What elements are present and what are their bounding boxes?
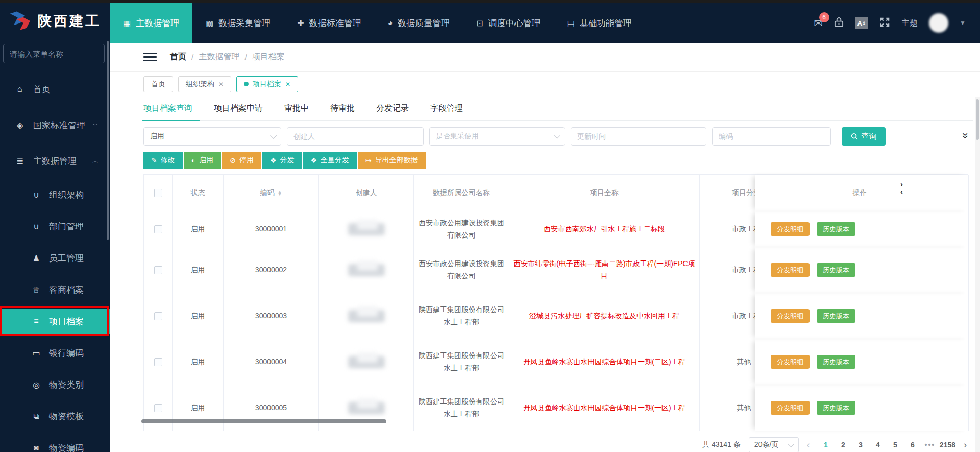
table-row[interactable]: 启用30000004陕西建工集团股份有限公司水土工程部丹凤县鱼岭水寨山水田园综合… <box>144 339 968 385</box>
page-size-select[interactable]: 20条/页 <box>749 437 799 452</box>
page-5[interactable]: 5 <box>888 438 903 452</box>
collapse-filters-icon[interactable]: « <box>958 134 971 138</box>
page-6[interactable]: 6 <box>905 438 920 452</box>
修改-button[interactable]: ✎修改 <box>143 152 183 169</box>
tab-待审批[interactable]: 待审批 <box>330 103 355 120</box>
sidebar-item-银行编码[interactable]: ▭银行编码 <box>0 337 110 369</box>
distribute-detail-button[interactable]: 分发明细 <box>771 401 810 415</box>
tab-项目档案查询[interactable]: 项目档案查询 <box>143 103 192 120</box>
table-row[interactable]: 启用30000001西安市政公用建设投资集团有限公司西安市西南郊水厂引水工程施工… <box>144 211 968 247</box>
next-page-icon[interactable]: › <box>964 440 967 450</box>
sidebar-item-国家标准管理[interactable]: ◈国家标准管理﹀ <box>0 107 110 143</box>
project-name-link[interactable]: 丹凤县鱼岭水寨山水田园综合体项目一期(二区)工程 <box>523 356 685 368</box>
tab-字段管理[interactable]: 字段管理 <box>430 103 463 120</box>
distribute-detail-button[interactable]: 分发明细 <box>771 222 810 236</box>
table-row[interactable]: 启用30000002西安市政公用建设投资集团有限公司西安市纬零街(电子西街---… <box>144 247 968 293</box>
central-purchase-select[interactable]: 是否集采使用 <box>429 127 565 146</box>
breadcrumb-item-首页[interactable]: 首页 <box>170 52 186 62</box>
fullscreen-icon[interactable] <box>879 17 890 29</box>
sidebar-item-首页[interactable]: ⌂首页 <box>0 72 110 107</box>
tab-项目档案申请[interactable]: 项目档案申请 <box>214 103 263 120</box>
tab-chip-项目档案[interactable]: 项目档案✕ <box>236 76 298 92</box>
row-checkbox[interactable] <box>154 312 162 320</box>
lock-icon[interactable] <box>834 17 844 29</box>
mail-icon[interactable]: ✉ 6 <box>814 18 823 29</box>
sidebar-item-主数据管理[interactable]: ≣主数据管理︿ <box>0 143 110 179</box>
distribute-detail-button[interactable]: 分发明细 <box>771 309 810 323</box>
table-row[interactable]: 启用30000003陕西建工集团股份有限公司水土工程部澄城县污水处理厂扩容提标改… <box>144 293 968 339</box>
sidebar-item-label: 组织架构 <box>49 189 84 201</box>
distribute-detail-button[interactable]: 分发明细 <box>771 355 810 369</box>
sidebar-item-员工管理[interactable]: ♟员工管理 <box>0 242 110 274</box>
select-all-checkbox[interactable] <box>154 189 162 197</box>
启用-button[interactable]: ◐启用 <box>184 152 221 169</box>
sidebar-item-项目档案[interactable]: ≡项目档案 <box>0 309 110 334</box>
close-icon[interactable]: ✕ <box>285 81 290 88</box>
top-nav-数据标准管理[interactable]: ✚数据标准管理 <box>284 3 374 43</box>
query-button[interactable]: 查询 <box>842 127 886 146</box>
tab-chip-组织架构[interactable]: 组织架构✕ <box>178 76 231 92</box>
distribute-detail-button[interactable]: 分发明细 <box>771 263 810 277</box>
tab-审批中[interactable]: 审批中 <box>284 103 309 120</box>
horizontal-scrollbar[interactable] <box>141 419 386 423</box>
creator-input[interactable] <box>293 132 417 140</box>
top-nav-调度中心管理[interactable]: ⊡调度中心管理 <box>463 3 553 43</box>
row-checkbox[interactable] <box>154 358 162 366</box>
breadcrumb-item-主数据管理[interactable]: 主数据管理 <box>199 52 239 62</box>
project-name-link[interactable]: 西安市纬零街(电子西街---雁南二路)市政工程(一期)EPC项目 <box>513 258 695 282</box>
top-nav-数据质量管理[interactable]: ◕数据质量管理 <box>375 3 463 43</box>
update-time-input[interactable] <box>577 132 700 140</box>
sidebar-item-label: 银行编码 <box>49 347 84 359</box>
page-2[interactable]: 2 <box>836 438 851 452</box>
sidebar-item-组织架构[interactable]: ∪组织架构 <box>0 179 110 210</box>
history-version-button[interactable]: 历史版本 <box>817 263 855 277</box>
row-checkbox[interactable] <box>154 225 162 233</box>
close-icon[interactable]: ✕ <box>218 81 224 88</box>
tab-chip-首页[interactable]: 首页 <box>143 76 173 92</box>
code-field-wrap <box>712 127 831 146</box>
top-nav-主数据管理[interactable]: ▦主数据管理 <box>110 3 192 43</box>
breadcrumb-item-项目档案[interactable]: 项目档案 <box>252 52 285 62</box>
sidebar-item-客商档案[interactable]: ♕客商档案 <box>0 274 110 305</box>
table-row[interactable]: 启用30000005陕西建工集团股份有限公司水土工程部丹凤县鱼岭水寨山水田园综合… <box>144 385 968 431</box>
page-3[interactable]: 3 <box>853 438 868 452</box>
project-name-link[interactable]: 西安市西南郊水厂引水工程施工二标段 <box>544 223 665 235</box>
project-name-link[interactable]: 丹凤县鱼岭水寨山水田园综合体项目一期(一区)工程 <box>523 402 685 414</box>
sidebar-item-物资模板[interactable]: ⧉物资模板 <box>0 400 110 432</box>
top-nav-数据采集管理[interactable]: ▩数据采集管理 <box>192 3 284 43</box>
hamburger-icon[interactable] <box>143 51 157 63</box>
sidebar-item-label: 部门管理 <box>49 221 84 232</box>
project-name-link[interactable]: 澄城县污水处理厂扩容提标改造及中水回用工程 <box>529 310 679 322</box>
page-4[interactable]: 4 <box>870 438 886 452</box>
history-version-button[interactable]: 历史版本 <box>817 401 855 415</box>
history-version-button[interactable]: 历史版本 <box>817 355 855 369</box>
导出全部数据-button[interactable]: ↦导出全部数据 <box>358 152 426 169</box>
tab-分发记录[interactable]: 分发记录 <box>376 103 409 120</box>
menu-search-input[interactable] <box>3 44 105 63</box>
more-pages-icon[interactable]: ••• <box>922 438 938 452</box>
sort-icons[interactable]: ▲▼ <box>278 191 282 196</box>
page-2158[interactable]: 2158 <box>940 438 955 452</box>
sidebar-item-物资类别[interactable]: ◎物资类别 <box>0 369 110 400</box>
fixed-column-arrows-icon[interactable]: ›‹ <box>900 181 903 195</box>
停用-button[interactable]: ⊘停用 <box>222 152 261 169</box>
分发-button[interactable]: ❖分发 <box>262 152 302 169</box>
vertical-scrollbar[interactable] <box>975 97 980 452</box>
全量分发-button[interactable]: ❖全量分发 <box>303 152 357 169</box>
row-checkbox[interactable] <box>154 404 162 412</box>
sidebar-scrollbar[interactable] <box>107 41 109 240</box>
translate-icon[interactable]: A文 <box>855 17 868 29</box>
avatar[interactable] <box>929 13 948 33</box>
history-version-button[interactable]: 历史版本 <box>817 222 855 236</box>
top-nav-基础功能管理[interactable]: ▤基础功能管理 <box>554 3 645 43</box>
chevron-down-icon[interactable]: ▼ <box>960 19 966 27</box>
row-checkbox[interactable] <box>154 266 162 274</box>
code-input[interactable] <box>719 132 824 140</box>
sidebar-item-部门管理[interactable]: ∪部门管理 <box>0 210 110 242</box>
page-1[interactable]: 1 <box>818 438 834 452</box>
prev-page-icon[interactable]: ‹ <box>807 440 810 450</box>
history-version-button[interactable]: 历史版本 <box>817 309 855 323</box>
code-cell: 30000002 <box>224 247 319 293</box>
sidebar-item-物资编码[interactable]: ◙物资编码 <box>0 432 110 452</box>
status-select[interactable]: 启用 <box>143 127 281 146</box>
